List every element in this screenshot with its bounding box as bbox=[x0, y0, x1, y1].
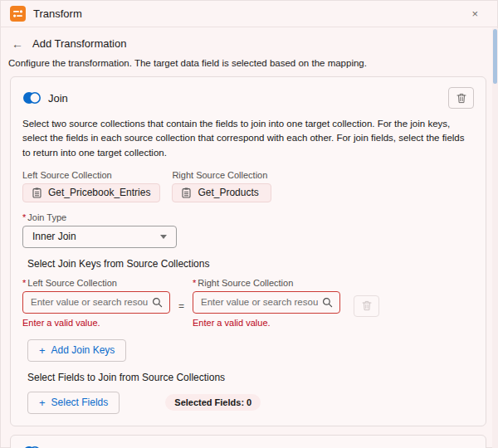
right-join-key-input-box bbox=[193, 291, 340, 314]
window-titlebar: Transform × bbox=[0, 0, 498, 27]
join-card: Join Select two source collections that … bbox=[10, 76, 486, 426]
join-description: Select two source collections that conta… bbox=[22, 117, 474, 160]
left-join-key-input[interactable] bbox=[31, 297, 148, 307]
equals-sign: = bbox=[178, 300, 184, 312]
join-type-value: Inner Join bbox=[32, 231, 76, 242]
chevron-down-icon bbox=[160, 235, 167, 239]
left-source-pill[interactable]: Get_Pricebook_Entries bbox=[22, 183, 160, 202]
close-icon[interactable]: × bbox=[471, 8, 478, 19]
select-fields-button[interactable]: + Select Fields bbox=[27, 392, 120, 414]
right-join-key-field: *Right Source Collection Enter a valid v… bbox=[193, 278, 340, 328]
page-title: Add Transformation bbox=[32, 37, 126, 50]
window-title: Transform bbox=[33, 7, 82, 20]
trash-icon bbox=[456, 93, 466, 104]
search-icon[interactable] bbox=[318, 297, 336, 308]
right-source-collection-field: Right Source Collection Get_Products bbox=[172, 170, 271, 202]
transform-app-icon bbox=[10, 6, 26, 22]
transform-glyph-icon bbox=[12, 8, 23, 19]
left-join-key-field: *Left Source Collection Enter a valid va… bbox=[22, 278, 170, 328]
source-collections-row: Left Source Collection Get_Pricebook_Ent… bbox=[22, 170, 474, 202]
join-type-label: *Join Type bbox=[22, 212, 474, 222]
collection-icon bbox=[182, 187, 191, 198]
delete-join-button[interactable] bbox=[448, 87, 474, 109]
right-join-key-input[interactable] bbox=[201, 297, 318, 307]
join-card-header: Join bbox=[22, 87, 474, 109]
left-join-key-input-box bbox=[22, 291, 170, 314]
back-button[interactable]: ← bbox=[12, 38, 23, 50]
right-join-key-label: *Right Source Collection bbox=[193, 278, 340, 288]
page-description: Configure the transformation. The target… bbox=[0, 50, 498, 76]
join-fields-heading: Select Fields to Join from Source Collec… bbox=[27, 372, 474, 383]
selected-fields-badge: Selected Fields: 0 bbox=[165, 394, 261, 411]
left-source-collection-field: Left Source Collection Get_Pricebook_Ent… bbox=[22, 170, 160, 202]
left-join-key-label: *Left Source Collection bbox=[22, 278, 170, 288]
plus-icon: + bbox=[39, 345, 46, 356]
collection-icon bbox=[32, 187, 42, 198]
required-asterisk: * bbox=[22, 278, 26, 288]
left-join-key-error: Enter a valid value. bbox=[22, 318, 170, 328]
join-type-select[interactable]: Inner Join bbox=[22, 226, 177, 248]
right-source-pill[interactable]: Get_Products bbox=[172, 183, 271, 202]
search-icon[interactable] bbox=[148, 297, 166, 308]
join-card-title: Join bbox=[48, 92, 68, 105]
add-join-keys-row: + Add Join Keys bbox=[27, 339, 474, 362]
left-source-label: Left Source Collection bbox=[22, 170, 160, 180]
join-fields-mapping-card: Join Fields mapping Select fields in the… bbox=[10, 435, 486, 448]
right-join-key-error: Enter a valid value. bbox=[193, 318, 340, 328]
trash-icon bbox=[362, 300, 372, 311]
add-join-keys-button[interactable]: + Add Join Keys bbox=[27, 339, 126, 362]
join-keys-row: *Left Source Collection Enter a valid va… bbox=[22, 278, 474, 328]
required-asterisk: * bbox=[193, 278, 196, 288]
right-source-value: Get_Products bbox=[198, 187, 258, 198]
plus-icon: + bbox=[39, 397, 46, 408]
required-asterisk: * bbox=[22, 212, 26, 222]
join-type-field: *Join Type Inner Join bbox=[22, 212, 474, 248]
breadcrumb: ← Add Transformation bbox=[0, 27, 498, 50]
join-venn-icon bbox=[22, 91, 42, 105]
scrollbar-thumb[interactable] bbox=[493, 29, 497, 84]
left-source-value: Get_Pricebook_Entries bbox=[48, 187, 150, 198]
vertical-scrollbar[interactable] bbox=[492, 28, 498, 448]
delete-join-key-button[interactable] bbox=[354, 295, 379, 317]
select-fields-row: + Select Fields Selected Fields: 0 bbox=[27, 392, 474, 414]
right-source-label: Right Source Collection bbox=[172, 170, 271, 180]
join-keys-heading: Select Join Keys from Source Collections bbox=[27, 258, 474, 270]
